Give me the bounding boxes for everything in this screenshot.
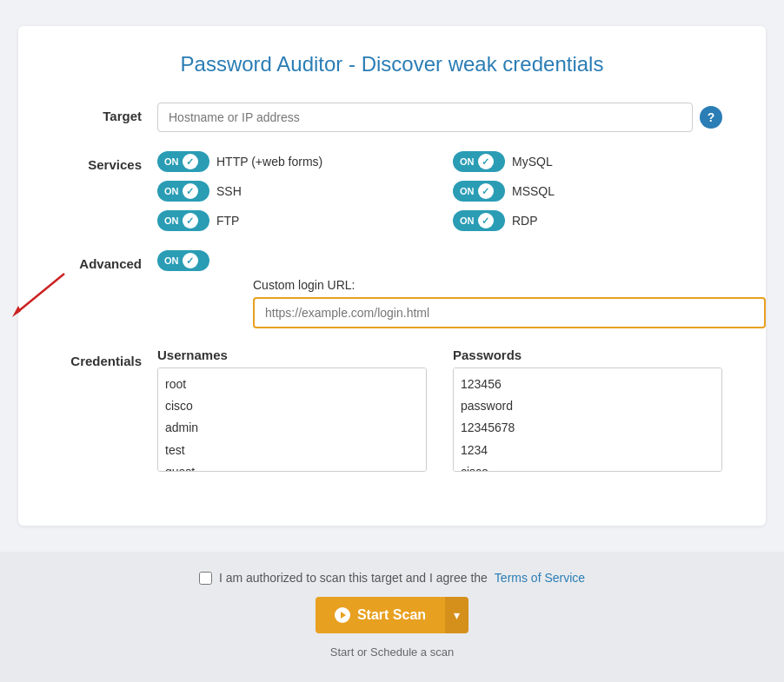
service-ssh-name: SSH [216, 184, 242, 198]
help-button[interactable]: ? [700, 106, 722, 129]
password-item: password [461, 395, 714, 417]
password-item: 1234 [461, 440, 714, 461]
toggle-ftp-check [183, 213, 198, 228]
service-item-ftp: ON FTP [157, 210, 427, 231]
service-item-rdp: ON RDP [453, 210, 722, 231]
toggle-mysql-label: ON [460, 156, 475, 167]
services-content: ON HTTP (+web forms) ON MySQL [157, 151, 722, 231]
custom-url-section: Custom login URL: [253, 278, 766, 328]
advanced-row: Advanced ON Custom login URL: [62, 250, 722, 328]
passwords-section: Passwords 123456password123456781234cisc… [453, 348, 722, 472]
toggle-advanced[interactable]: ON [157, 250, 209, 271]
username-item: test [165, 440, 419, 461]
service-item-ssh: ON SSH [157, 181, 427, 202]
toggle-ftp[interactable]: ON [157, 210, 209, 231]
toggle-ftp-label: ON [164, 215, 179, 226]
advanced-content: ON Custom login URL: [157, 250, 766, 328]
scan-btn-wrapper: Start Scan ▾ [316, 597, 468, 633]
toggle-rdp[interactable]: ON [453, 210, 505, 231]
toggle-ssh-label: ON [164, 186, 179, 196]
scan-subtitle: Start or Schedule a scan [330, 646, 454, 659]
tos-checkbox[interactable] [199, 572, 212, 585]
toggle-mssql-label: ON [460, 186, 475, 196]
page-title: Password Auditor - Discover weak credent… [62, 52, 722, 76]
services-grid: ON HTTP (+web forms) ON MySQL [157, 151, 722, 231]
scan-btn-container: Start Scan ▾ [316, 597, 468, 633]
credentials-row: Credentials Usernames rootciscoadmintest… [62, 348, 722, 472]
toggle-mysql-check [478, 154, 494, 169]
credentials-label: Credentials [62, 348, 157, 368]
custom-url-label: Custom login URL: [253, 278, 766, 292]
target-row: Target ? [62, 103, 722, 132]
target-content: ? [157, 103, 722, 132]
toggle-ssh[interactable]: ON [157, 181, 209, 202]
toggle-mysql[interactable]: ON [453, 151, 505, 172]
usernames-title: Usernames [157, 348, 427, 362]
usernames-list[interactable]: rootciscoadmintestguest [157, 367, 427, 472]
service-rdp-name: RDP [512, 214, 538, 228]
username-item: cisco [165, 395, 419, 417]
tos-text: I am authorized to scan this target and … [219, 571, 488, 585]
password-item: 123456 [461, 374, 714, 395]
target-label: Target [62, 103, 157, 123]
tos-row: I am authorized to scan this target and … [199, 571, 585, 585]
services-row: Services ON HTTP (+web forms) ON [62, 151, 722, 231]
page-wrapper: Password Auditor - Discover weak credent… [0, 0, 784, 682]
username-item: guest [165, 461, 419, 472]
credentials-content: Usernames rootciscoadmintestguest Passwo… [157, 348, 722, 472]
toggle-advanced-check [183, 253, 198, 268]
service-item-mysql: ON MySQL [453, 151, 722, 172]
credentials-grid: Usernames rootciscoadmintestguest Passwo… [157, 348, 722, 472]
start-scan-label: Start Scan [357, 607, 426, 623]
service-mysql-name: MySQL [512, 155, 553, 169]
target-input-wrapper: ? [157, 103, 722, 132]
username-item: root [165, 374, 419, 395]
arrow-indicator [8, 269, 69, 317]
start-scan-button[interactable]: Start Scan [316, 597, 445, 633]
service-http-name: HTTP (+web forms) [216, 155, 322, 169]
toggle-mssql[interactable]: ON [453, 181, 505, 202]
passwords-list[interactable]: 123456password123456781234cisco [453, 367, 722, 472]
service-item-mssql: ON MSSQL [453, 181, 722, 202]
usernames-section: Usernames rootciscoadmintestguest [157, 348, 427, 472]
custom-url-input[interactable] [253, 297, 766, 328]
toggle-ssh-check [183, 183, 198, 199]
toggle-rdp-check [478, 213, 494, 228]
service-mssql-name: MSSQL [512, 184, 555, 198]
svg-marker-1 [12, 306, 21, 317]
service-ftp-name: FTP [216, 214, 239, 228]
password-item: 12345678 [461, 417, 714, 439]
service-item-http: ON HTTP (+web forms) [157, 151, 427, 172]
passwords-title: Passwords [453, 348, 722, 362]
toggle-http-label: ON [164, 156, 179, 167]
toggle-http-check [183, 154, 198, 169]
password-item: cisco [461, 461, 714, 472]
scan-dropdown-button[interactable]: ▾ [445, 597, 468, 633]
toggle-rdp-label: ON [460, 215, 475, 226]
footer-bar: I am authorized to scan this target and … [0, 552, 784, 682]
target-input[interactable] [157, 103, 693, 132]
services-label: Services [62, 151, 157, 172]
tos-link[interactable]: Terms of Service [495, 571, 585, 585]
advanced-label: Advanced [62, 250, 157, 271]
play-icon [335, 607, 350, 623]
advanced-toggle-row: ON [157, 250, 766, 271]
main-card: Password Auditor - Discover weak credent… [18, 26, 766, 526]
toggle-mssql-check [478, 183, 494, 199]
toggle-http[interactable]: ON [157, 151, 209, 172]
svg-line-0 [17, 274, 64, 313]
username-item: admin [165, 417, 419, 439]
toggle-advanced-label: ON [164, 255, 179, 266]
